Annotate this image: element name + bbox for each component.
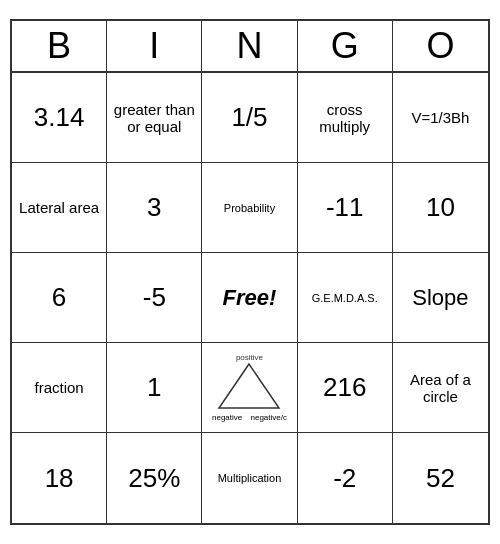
cell-i1: greater than or equal	[107, 73, 202, 163]
triangle-svg	[214, 362, 284, 412]
triangle-bottom-left: negative	[212, 413, 242, 422]
triangle-diagram: positive negative negative/c	[209, 353, 289, 423]
cell-n2: Probability	[202, 163, 297, 253]
cell-n5: Multiplication	[202, 433, 297, 523]
cell-b4: fraction	[12, 343, 107, 433]
cell-o1: V=1/3Bh	[393, 73, 488, 163]
header-i: I	[107, 21, 202, 71]
bingo-grid: 3.14 greater than or equal 1/5 cross mul…	[12, 73, 488, 523]
header-n: N	[202, 21, 297, 71]
cell-o3: Slope	[393, 253, 488, 343]
cell-g2: -11	[298, 163, 393, 253]
triangle-bottom-labels: negative negative/c	[212, 413, 287, 422]
header-b: B	[12, 21, 107, 71]
header-g: G	[298, 21, 393, 71]
cell-i4: 1	[107, 343, 202, 433]
cell-o2: 10	[393, 163, 488, 253]
bingo-header: B I N G O	[12, 21, 488, 73]
triangle-bottom-right: negative/c	[251, 413, 287, 422]
header-o: O	[393, 21, 488, 71]
triangle-top-label: positive	[236, 353, 263, 362]
cell-n4-triangle: positive negative negative/c	[202, 343, 297, 433]
cell-b3: 6	[12, 253, 107, 343]
cell-g4: 216	[298, 343, 393, 433]
cell-i5: 25%	[107, 433, 202, 523]
cell-o4: Area of a circle	[393, 343, 488, 433]
cell-n1: 1/5	[202, 73, 297, 163]
cell-o5: 52	[393, 433, 488, 523]
cell-i2: 3	[107, 163, 202, 253]
cell-b1: 3.14	[12, 73, 107, 163]
svg-marker-0	[219, 364, 279, 408]
cell-n3-free: Free!	[202, 253, 297, 343]
cell-b2: Lateral area	[12, 163, 107, 253]
cell-i3: -5	[107, 253, 202, 343]
cell-g5: -2	[298, 433, 393, 523]
bingo-card: B I N G O 3.14 greater than or equal 1/5…	[10, 19, 490, 525]
cell-g1: cross multiply	[298, 73, 393, 163]
cell-b5: 18	[12, 433, 107, 523]
cell-g3: G.E.M.D.A.S.	[298, 253, 393, 343]
